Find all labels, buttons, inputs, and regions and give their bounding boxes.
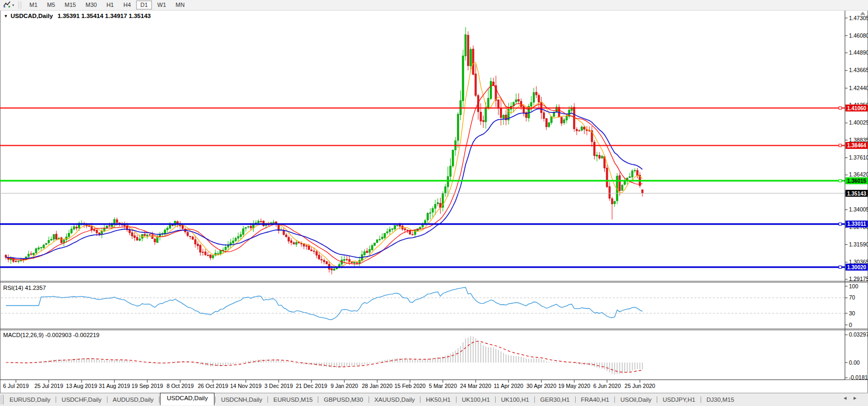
tab-EURUSD-M15[interactable]: EURUSD,M15: [269, 395, 317, 404]
tab-GER30-H1[interactable]: GER30,H1: [535, 395, 575, 404]
tab-AUDUSD-Daily[interactable]: AUDUSD,Daily: [108, 395, 158, 404]
hline-endpoint-marker[interactable]: [839, 107, 842, 109]
tab-separator: [159, 396, 159, 403]
date-tick-label: 19 May 2020: [558, 383, 590, 389]
tabs-scroll-right-icon[interactable]: ►: [853, 395, 863, 401]
tab-HK50-H1[interactable]: HK50,H1: [421, 395, 455, 404]
timeframe-button-M1[interactable]: M1: [25, 1, 42, 10]
date-tick-label: 25 Jul 2019: [34, 383, 63, 389]
date-tick-label: 26 Oct 2019: [198, 383, 228, 389]
timeframe-button-H4[interactable]: H4: [119, 1, 135, 10]
price-tick-label: 1.29175: [849, 276, 868, 282]
price-tag-label: 1.30020: [847, 264, 866, 270]
timeframe-button-M30[interactable]: M30: [81, 1, 101, 10]
hline-endpoint-marker[interactable]: [839, 266, 842, 269]
tab-separator: [614, 396, 615, 403]
tab-separator: [701, 396, 701, 403]
date-tick-label: 19 Sep 2019: [131, 383, 163, 389]
price-tag-label: 1.35143: [847, 191, 866, 197]
tab-separator: [318, 396, 318, 403]
tab-separator: [456, 396, 457, 403]
tab-separator: [534, 396, 535, 403]
tab-XAUUSD-Daily[interactable]: XAUUSD,Daily: [370, 395, 420, 404]
price-tick-label: 1.47305: [849, 15, 868, 21]
rsi-scale-label: 30: [849, 310, 855, 316]
price-tag-label: 1.41060: [847, 105, 866, 111]
date-tick-label: 24 Mar 2020: [460, 383, 491, 389]
date-tick-label: 21 Dec 2019: [296, 383, 327, 389]
chart-title: ▼USDCAD,Daily1.35391 1.35414 1.34917 1.3…: [4, 13, 151, 19]
chart-window-frame: [1, 11, 868, 393]
timeframe-button-M5[interactable]: M5: [43, 1, 59, 10]
date-tick-label: 15 Feb 2020: [395, 383, 426, 389]
tab-separator: [420, 396, 420, 403]
date-tick-label: 3 Dec 2019: [264, 383, 293, 389]
price-tag-label: 1.33011: [847, 221, 866, 227]
dropdown-arrow-icon: ▾: [12, 3, 14, 7]
tab-USOil-Daily[interactable]: USOil,Daily: [615, 395, 656, 404]
tab-USDCNH-Daily[interactable]: USDCNH,Daily: [216, 395, 267, 404]
collapse-triangle-icon[interactable]: ▼: [4, 14, 8, 19]
tab-separator: [215, 396, 216, 403]
date-tick-label: 30 Apr 2020: [526, 383, 557, 389]
hline-endpoint-marker[interactable]: [839, 144, 842, 147]
hline-endpoint-marker[interactable]: [839, 179, 842, 182]
hline-endpoint-marker[interactable]: [839, 223, 842, 225]
chart-title-ohlc: 1.35391 1.35414 1.34917 1.35143: [58, 13, 151, 19]
tab-USDCAD-Daily[interactable]: USDCAD,Daily: [160, 393, 214, 405]
price-tick-label: 1.34005: [849, 206, 868, 213]
tab-separator: [56, 396, 56, 403]
price-axis[interactable]: 1.473051.460801.448901.436651.424401.412…: [845, 15, 868, 283]
timeframe-button-W1[interactable]: W1: [153, 1, 171, 10]
tab-USDCHF-Daily[interactable]: USDCHF,Daily: [57, 395, 106, 404]
rsi-indicator-label: RSI(14) 41.2357: [3, 285, 46, 291]
tab-separator: [495, 396, 496, 403]
date-tick-label: 6 Jul 2019: [3, 383, 29, 389]
chart-tool-button[interactable]: ▾: [2, 0, 16, 11]
timeframe-toolbar: M1M5M15M30H1H4D1W1MN: [25, 0, 190, 10]
price-tick-label: 1.36420: [849, 171, 868, 178]
date-tick-label: 31 Aug 2019: [99, 383, 130, 389]
price-tick-label: 1.40025: [849, 119, 868, 126]
tab-EURUSD-Daily[interactable]: EURUSD,Daily: [5, 395, 55, 404]
rsi-scale-label: 100: [849, 283, 858, 289]
date-tick-label: 11 Apr 2020: [494, 383, 523, 389]
chart-canvas[interactable]: 1.473051.460801.448901.436651.424401.412…: [0, 0, 868, 393]
tab-UK100-H1[interactable]: UK100,H1: [457, 395, 495, 404]
date-tick-label: 9 Jan 2020: [330, 383, 358, 389]
macd-scale-label: -0.018154: [849, 374, 868, 381]
tab-UK100-H1[interactable]: UK100,H1: [496, 395, 534, 404]
tab-separator: [107, 396, 108, 403]
price-tick-label: 1.31590: [849, 241, 868, 248]
tab-DJ30-M15[interactable]: DJ30,M15: [702, 395, 739, 404]
tab-separator: [657, 396, 657, 403]
tab-separator: [369, 396, 369, 403]
date-tick-label: 13 Aug 2019: [66, 383, 97, 389]
timeframe-button-MN[interactable]: MN: [172, 1, 189, 10]
price-tick-label: 1.43665: [849, 67, 868, 73]
date-tick-label: 8 Oct 2019: [166, 383, 194, 389]
tab-USDJPY-H1[interactable]: USDJPY,H1: [658, 395, 700, 404]
tab-FRA40-H1[interactable]: FRA40,H1: [576, 395, 614, 404]
date-tick-label: 28 Jan 2020: [362, 383, 392, 389]
rsi-scale-label: 70: [849, 294, 855, 301]
macd-indicator-label: MACD(12,26,9) -0.002903 -0.002219: [3, 332, 100, 338]
timeframe-button-M15[interactable]: M15: [60, 1, 80, 10]
date-tick-label: 5 Mar 2020: [429, 383, 457, 389]
tab-separator: [267, 396, 268, 403]
top-toolbar: ▾ M1M5M15M30H1H4D1W1MN: [0, 0, 868, 11]
date-tick-label: 25 Jun 2020: [624, 383, 655, 389]
price-tick-label: 1.42440: [849, 85, 868, 91]
tabs-scroll-left-icon[interactable]: ◄: [843, 395, 853, 401]
tab-scroll-arrows: ◄►: [843, 395, 863, 401]
chart-tab-bar: EURUSD,DailyUSDCHF,DailyAUDUSD,DailyUSDC…: [0, 393, 868, 406]
macd-scale-label: 0.032972: [849, 331, 868, 338]
price-tick-label: 1.46080: [849, 32, 868, 39]
tab-GBPUSD-M30[interactable]: GBPUSD,M30: [319, 395, 368, 404]
toolbar-drag-handle[interactable]: [19, 2, 21, 8]
tab-scrollbar-grip[interactable]: [0, 395, 4, 404]
timeframe-button-H1[interactable]: H1: [102, 1, 118, 10]
timeframe-button-D1[interactable]: D1: [136, 1, 152, 10]
price-tag-label: 1.36015: [847, 178, 866, 184]
price-tick-label: 1.37610: [849, 154, 868, 161]
